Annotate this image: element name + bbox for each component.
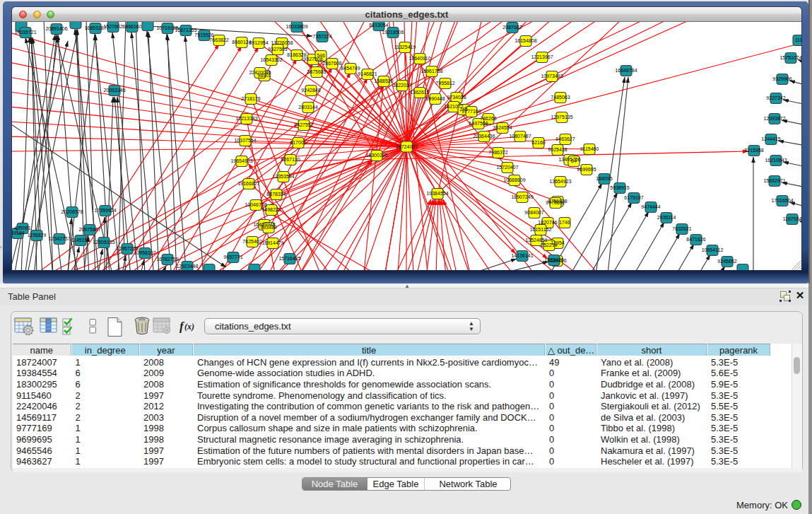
svg-text:16151152: 16151152 [530,227,552,232]
svg-text:10807487: 10807487 [509,134,531,139]
svg-text:1527602: 1527602 [103,24,122,29]
svg-text:2087682: 2087682 [502,25,522,30]
svg-text:16671355: 16671355 [175,28,196,33]
svg-text:7485063: 7485063 [551,95,570,100]
svg-text:15720407: 15720407 [496,165,518,170]
svg-text:546: 546 [317,53,325,58]
svg-text:16210643: 16210643 [765,158,787,163]
svg-text:16782759: 16782759 [156,257,178,262]
svg-text:252214: 252214 [541,243,557,247]
svg-text:39184: 39184 [12,230,25,235]
svg-text:9474444: 9474444 [641,204,660,209]
svg-text:(x): (x) [184,322,194,332]
svg-text:7632621: 7632621 [672,226,691,231]
svg-text:3624554: 3624554 [493,125,512,130]
svg-text:16648784: 16648784 [615,68,637,73]
svg-text:13226058: 13226058 [271,40,293,45]
svg-text:62160: 62160 [531,140,546,145]
svg-text:9498222: 9498222 [261,207,281,212]
svg-text:12505135: 12505135 [93,240,114,245]
svg-text:12213967: 12213967 [531,54,553,59]
svg-text:993489: 993489 [260,225,276,230]
svg-text:9327503: 9327503 [268,47,287,52]
svg-text:617005: 617005 [290,140,306,145]
svg-text:20364436: 20364436 [473,134,495,139]
svg-text:20975867: 20975867 [78,227,100,232]
svg-text:9227342: 9227342 [766,95,785,100]
svg-text:164095: 164095 [596,176,612,181]
svg-text:1820746: 1820746 [538,220,557,225]
svg-text:8454749: 8454749 [341,66,360,71]
svg-text:9734028: 9734028 [447,95,466,100]
svg-text:2803144: 2803144 [298,105,317,110]
svg-text:15716485: 15716485 [278,256,300,261]
svg-text:7625402: 7625402 [242,239,261,244]
svg-text:10688609: 10688609 [503,177,525,182]
svg-text:1156829: 1156829 [28,233,47,238]
svg-text:1362615: 1362615 [410,90,429,95]
svg-text:12923448: 12923448 [176,264,198,269]
svg-text:9777169: 9777169 [461,109,481,114]
svg-text:20206578: 20206578 [61,209,83,214]
svg-text:10958107: 10958107 [134,250,155,255]
svg-text:14136141: 14136141 [511,253,533,258]
svg-text:8990448: 8990448 [425,96,445,101]
svg-text:19218506: 19218506 [382,30,404,35]
svg-text:10046738: 10046738 [245,202,266,207]
svg-text:8878334: 8878334 [266,192,286,197]
svg-text:13495756: 13495756 [558,157,580,162]
svg-text:18907249: 18907249 [511,194,533,199]
svg-text:12353594: 12353594 [272,174,294,179]
svg-text:12093872: 12093872 [763,116,785,121]
svg-text:9975692: 9975692 [546,200,565,205]
svg-text:8427552: 8427552 [294,122,313,127]
svg-text:746266: 746266 [480,116,496,121]
svg-text:9245652: 9245652 [717,259,736,264]
svg-text:7515526: 7515526 [194,33,213,37]
svg-text:1746: 1746 [559,220,570,225]
svg-text:12975135: 12975135 [551,115,572,119]
svg-text:9657771: 9657771 [223,255,242,259]
svg-text:16033809: 16033809 [286,24,307,29]
svg-text:18640910: 18640910 [408,56,430,61]
svg-text:19384554: 19384554 [426,191,448,196]
svg-text:18724007: 18724007 [396,144,418,149]
svg-text:16914479: 16914479 [261,240,283,245]
svg-text:13654923: 13654923 [549,179,571,184]
svg-text:16543362: 16543362 [260,57,282,62]
svg-text:12342757: 12342757 [48,236,70,241]
svg-text:2935114: 2935114 [657,215,676,220]
svg-text:9329906: 9329906 [772,76,792,81]
svg-text:64: 64 [571,158,577,163]
svg-text:16961758: 16961758 [420,69,442,74]
svg-text:435061: 435061 [14,226,30,230]
svg-text:12213383: 12213383 [235,116,257,121]
svg-text:15751074: 15751074 [779,55,801,60]
svg-text:10973493: 10973493 [541,74,563,78]
svg-text:18300295: 18300295 [365,153,387,158]
svg-text:1588520: 1588520 [374,78,393,83]
svg-text:5938915: 5938915 [610,185,629,190]
svg-text:1733426: 1733426 [544,257,563,262]
svg-text:8215958: 8215958 [744,148,763,153]
svg-text:17016504: 17016504 [771,198,793,203]
svg-text:10654112: 10654112 [702,247,724,252]
svg-text:9242848: 9242848 [301,88,320,93]
svg-text:6466160: 6466160 [122,24,141,29]
svg-text:8267130: 8267130 [281,157,300,162]
svg-text:20053346: 20053346 [103,88,125,93]
svg-text:19654923: 19654923 [230,158,252,163]
svg-text:111: 111 [795,37,801,42]
svg-text:16154808: 16154808 [514,38,536,43]
svg-text:20891406: 20891406 [45,26,67,31]
svg-text:7357224: 7357224 [312,34,331,39]
svg-text:2718176: 2718176 [241,96,260,101]
svg-text:7955812: 7955812 [435,81,454,86]
svg-text:22420046: 22420046 [249,70,271,75]
svg-text:9699695: 9699695 [577,167,596,172]
svg-text:1244415: 1244415 [761,136,780,141]
svg-text:6179197: 6179197 [624,195,643,200]
svg-text:9463627: 9463627 [555,136,575,141]
svg-text:19166827: 19166827 [237,181,259,186]
svg-text:9025438: 9025438 [548,147,567,152]
